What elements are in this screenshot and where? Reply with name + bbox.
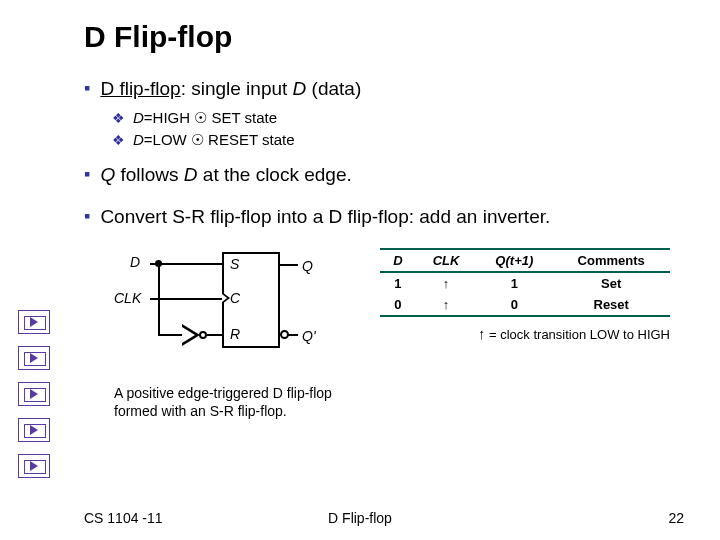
circuit-diagram: D CLK S C R Q Q' (114, 248, 344, 378)
bullet-1-text: D flip-flop: single input D (data) (100, 76, 361, 102)
label-s: S (230, 256, 239, 272)
b2-post: at the clock edge. (198, 164, 352, 185)
bullet-1-sub-1-text: D=HIGH ☉ SET state (133, 108, 277, 128)
cell-q: 0 (476, 294, 552, 316)
bullet-square-icon: ▪︎ (84, 76, 90, 100)
clock-edge-fill (222, 294, 227, 302)
b1s1-post: SET state (207, 109, 277, 126)
page-title: D Flip-flop (84, 20, 684, 54)
thumbnail-icon[interactable] (18, 382, 50, 406)
b1s2-var: D (133, 131, 144, 148)
cell-d: 1 (380, 272, 416, 294)
wire-d-branch-h (158, 334, 182, 336)
b1s2-post: RESET state (204, 131, 295, 148)
thumbnail-icon[interactable] (18, 346, 50, 370)
b2-pre: Q (100, 164, 115, 185)
inverter-bubble-icon (199, 331, 207, 339)
b2-mid: follows (115, 164, 184, 185)
label-d: D (130, 254, 140, 270)
cell-q: 1 (476, 272, 552, 294)
footer: CS 1104 -11 D Flip-flop 22 (0, 510, 720, 526)
wire-clk (150, 298, 222, 300)
cell-comment: Set (552, 272, 670, 294)
bullet-1-sub-1: ❖ D=HIGH ☉ SET state (112, 108, 684, 128)
wire-d-branch-v (158, 263, 160, 336)
bullet-square-icon: ▪︎ (84, 162, 90, 186)
th-comments: Comments (552, 249, 670, 272)
implies-icon: ☉ (191, 131, 204, 148)
cell-d: 0 (380, 294, 416, 316)
table-header-row: D CLK Q(t+1) Comments (380, 249, 670, 272)
inverter-fill (182, 327, 195, 343)
b1s1-mid: =HIGH (144, 109, 194, 126)
label-c: C (230, 290, 240, 306)
implies-icon: ☉ (194, 109, 207, 126)
bullet-1-term: D flip-flop (100, 78, 180, 99)
bullet-diamond-icon: ❖ (112, 130, 125, 150)
b2-em: D (184, 164, 198, 185)
bullet-1-mid: : single input (181, 78, 293, 99)
bullet-3: ▪︎ Convert S-R flip-flop into a D flip-f… (84, 204, 684, 230)
bullet-1-sub-2: ❖ D=LOW ☉ RESET state (112, 130, 684, 150)
label-q: Q (302, 258, 313, 274)
th-qnext: Q(t+1) (476, 249, 552, 272)
bullet-diamond-icon: ❖ (112, 108, 125, 128)
slide-thumbnails (18, 310, 50, 478)
cell-clk: ↑ (416, 272, 476, 294)
th-d: D (380, 249, 416, 272)
cell-comment: Reset (552, 294, 670, 316)
cell-clk: ↑ (416, 294, 476, 316)
label-r: R (230, 326, 240, 342)
wire-q (280, 264, 298, 266)
bullet-1-em: D (293, 78, 307, 99)
truth-table: D CLK Q(t+1) Comments 1 ↑ 1 Set 0 ↑ 0 Re… (380, 248, 670, 317)
label-clk: CLK (114, 290, 141, 306)
bullet-2: ▪︎ Q follows D at the clock edge. (84, 162, 684, 188)
diagram-caption: A positive edge-triggered D flip-flop fo… (114, 384, 374, 420)
diagram-row: D CLK S C R Q Q' D CLK Q(t+1) Comments 1… (114, 248, 684, 378)
bullet-square-icon: ▪︎ (84, 204, 90, 228)
bullet-1: ▪︎ D flip-flop: single input D (data) (84, 76, 684, 102)
footer-center: D Flip-flop (0, 510, 720, 526)
truth-table-block: D CLK Q(t+1) Comments 1 ↑ 1 Set 0 ↑ 0 Re… (380, 248, 670, 342)
bullet-1-sub-2-text: D=LOW ☉ RESET state (133, 130, 295, 150)
thumbnail-icon[interactable] (18, 418, 50, 442)
table-row: 1 ↑ 1 Set (380, 272, 670, 294)
thumbnail-icon[interactable] (18, 310, 50, 334)
label-qprime: Q' (302, 328, 316, 344)
bullet-1-tail: (data) (306, 78, 361, 99)
thumbnail-icon[interactable] (18, 454, 50, 478)
table-note: ↑ = clock transition LOW to HIGH (380, 325, 670, 342)
b1s2-mid: =LOW (144, 131, 191, 148)
wire-qprime (288, 334, 298, 336)
table-row: 0 ↑ 0 Reset (380, 294, 670, 316)
b1s1-var: D (133, 109, 144, 126)
wire-inverter-out (207, 334, 222, 336)
table-note-text: = clock transition LOW to HIGH (485, 327, 670, 342)
bullet-2-text: Q follows D at the clock edge. (100, 162, 351, 188)
bullet-3-text: Convert S-R flip-flop into a D flip-flop… (100, 204, 550, 230)
th-clk: CLK (416, 249, 476, 272)
